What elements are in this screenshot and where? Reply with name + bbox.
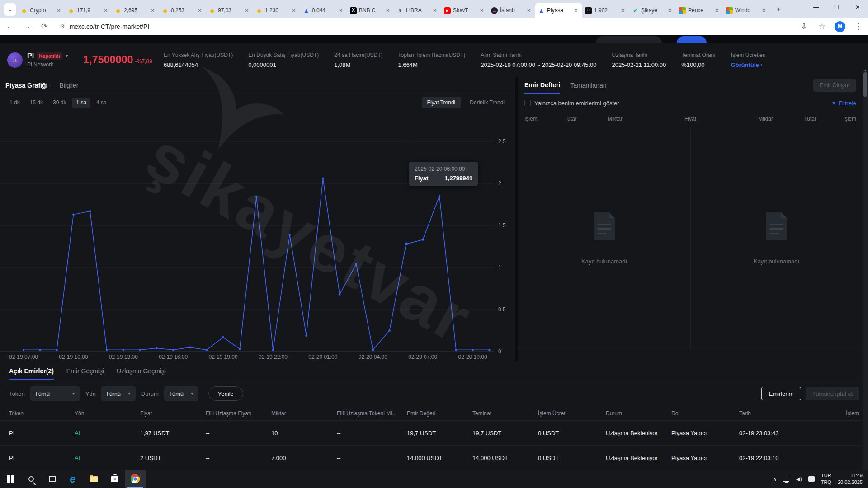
edge-button[interactable]: e: [62, 470, 83, 488]
tab-close-icon[interactable]: ✕: [243, 7, 250, 14]
clock[interactable]: 11:4920.02.2025: [838, 472, 863, 486]
token-block[interactable]: π PI Kapatıldı ▼ Pi Network: [7, 52, 75, 68]
back-icon[interactable]: ←: [5, 22, 15, 31]
interval-4 sa[interactable]: 4 sa: [92, 98, 111, 108]
task-view-button[interactable]: [42, 470, 62, 488]
browser-tab[interactable]: ◆1.230✕: [253, 3, 300, 18]
tab-close-icon[interactable]: ✕: [525, 7, 533, 14]
tab-close-icon[interactable]: ✕: [55, 7, 62, 14]
browser-tab[interactable]: ✔Şikaye✕: [629, 3, 676, 18]
tab-close-icon[interactable]: ✕: [431, 7, 439, 14]
chevron-down-icon[interactable]: ▼: [65, 54, 69, 58]
browser-tab[interactable]: Pence✕: [676, 3, 723, 18]
browser-tab[interactable]: ◆0,253✕: [159, 3, 206, 18]
start-button[interactable]: [0, 470, 21, 488]
tab-Bilgiler[interactable]: Bilgiler: [59, 82, 78, 89]
store-icon: ⊞: [111, 476, 118, 482]
tab-Emir Defteri[interactable]: Emir Defteri: [524, 77, 560, 94]
svg-text:02-20 10:00: 02-20 10:00: [458, 354, 487, 360]
interval-1 dk[interactable]: 1 dk: [5, 98, 24, 108]
tab-Emir Geçmişi[interactable]: Emir Geçmişi: [66, 367, 104, 380]
language-indicator[interactable]: TURTRQ: [821, 472, 831, 486]
forward-icon[interactable]: →: [22, 22, 33, 31]
cancel-all-button[interactable]: Tümünü iptal et: [806, 387, 859, 400]
install-icon[interactable]: ⇩: [798, 22, 809, 31]
filter-link[interactable]: ▼ Filtrele: [831, 100, 856, 107]
browser-tab[interactable]: ▶SlowT✕: [441, 3, 488, 18]
reload-icon[interactable]: ⟳: [39, 22, 50, 31]
browser-tab[interactable]: Windo✕: [723, 3, 770, 18]
market-stat: Alım Satım Tarihi2025-02-19 07:00:00 ~ 2…: [481, 52, 596, 68]
table-row[interactable]: PIAl1,97 USDT--10--19,7 USDT19,7 USDT0 U…: [0, 420, 868, 445]
browser-tab[interactable]: ◆2,695✕: [112, 3, 159, 18]
filter-dropdown-Yön[interactable]: Tümü▼: [101, 386, 136, 401]
chrome-button[interactable]: [125, 470, 146, 488]
tab-close-icon[interactable]: ✕: [290, 7, 297, 14]
create-order-button[interactable]: Emir Oluştur: [813, 79, 856, 92]
tab-close-icon[interactable]: ✕: [337, 7, 344, 14]
browser-tab[interactable]: XBNB C✕: [347, 3, 394, 18]
trend-Fiyat Trendi[interactable]: Fiyat Trendi: [422, 97, 461, 108]
address-bar[interactable]: ⚙ mexc.co/tr-CT/pre-market/PI: [56, 23, 792, 30]
minimize-button[interactable]: —: [806, 0, 826, 14]
browser-tab[interactable]: ◆97,03✕: [206, 3, 253, 18]
browser-tab[interactable]: ▬İstanb✕: [488, 3, 535, 18]
tab-close-icon[interactable]: ✕: [760, 7, 768, 14]
tab-close-icon[interactable]: ✕: [619, 7, 627, 14]
price-chart[interactable]: 00.511.522.502-19 07:0002-19 10:0002-19 …: [0, 112, 515, 361]
tab-Açık Emirler(2)[interactable]: Açık Emirler(2): [9, 367, 54, 380]
file-explorer-button[interactable]: [83, 470, 104, 488]
browser-tab-active[interactable]: ▲Piyasa✕: [535, 3, 582, 18]
refresh-button[interactable]: Yenile: [208, 386, 243, 401]
tab-Uzlaşma Geçmişi[interactable]: Uzlaşma Geçmişi: [117, 367, 166, 380]
bookmark-star-icon[interactable]: ☆: [816, 22, 827, 31]
profile-avatar[interactable]: M: [835, 21, 845, 32]
maximize-button[interactable]: ❐: [826, 0, 847, 14]
page-scrollbar[interactable]: ▲ ▼: [863, 70, 868, 470]
tab-Piyasa Grafiği[interactable]: Piyasa Grafiği: [5, 82, 47, 89]
partial-button-dark[interactable]: [596, 36, 662, 43]
tab-close-icon[interactable]: ✕: [149, 7, 156, 14]
partial-button-blue[interactable]: [677, 36, 707, 43]
menu-kebab-icon[interactable]: ⋮: [853, 22, 863, 31]
site-settings-icon[interactable]: ⚙: [60, 23, 65, 30]
tab-close-icon[interactable]: ✕: [713, 7, 721, 14]
stat-label: Teminat Oranı: [681, 52, 715, 58]
ms-favicon: [679, 7, 686, 14]
tab-close-icon[interactable]: ✕: [196, 7, 203, 14]
store-button[interactable]: ⊞: [104, 470, 125, 488]
close-button[interactable]: ✕: [847, 0, 868, 14]
tab-close-icon[interactable]: ✕: [384, 7, 392, 14]
network-icon[interactable]: [783, 477, 789, 482]
tab-title: 0,044: [312, 7, 335, 14]
stat-value[interactable]: Görüntüle ›: [731, 61, 766, 68]
browser-tab[interactable]: ◆171,9✕: [65, 3, 112, 18]
browser-tab[interactable]: ◆Crypto✕: [18, 3, 65, 18]
column-header: İşlem: [816, 116, 856, 122]
new-tab-button[interactable]: +: [773, 4, 785, 15]
tab-close-icon[interactable]: ✕: [572, 7, 580, 14]
browser-tab[interactable]: ∷1.902✕: [582, 3, 629, 18]
scrollbar-thumb[interactable]: [863, 72, 867, 97]
interval-1 sa[interactable]: 1 sa: [72, 98, 90, 108]
svg-text:02-20 07:00: 02-20 07:00: [408, 354, 437, 360]
tab-close-icon[interactable]: ✕: [666, 7, 674, 14]
filter-dropdown-Token[interactable]: Tümü▼: [30, 386, 80, 401]
interval-15 dk[interactable]: 15 dk: [26, 98, 47, 108]
trend-Derinlik Trendi[interactable]: Derinlik Trendi: [464, 97, 510, 108]
tab-Tamamlanan[interactable]: Tamamlanan: [570, 77, 606, 94]
table-row[interactable]: PIAl2 USDT--7.000--14.000 USDT14.000 USD…: [0, 445, 868, 470]
tab-search-icon[interactable]: ⌄: [4, 3, 16, 16]
tab-close-icon[interactable]: ✕: [478, 7, 486, 14]
tab-close-icon[interactable]: ✕: [102, 7, 109, 14]
hidden-icons-chevron[interactable]: ∧: [773, 476, 777, 483]
browser-tab[interactable]: ▲0,044✕: [300, 3, 347, 18]
volume-icon[interactable]: ◀): [796, 476, 802, 482]
notification-icon[interactable]: [808, 476, 815, 482]
taskbar-search-button[interactable]: [21, 470, 42, 488]
my-orders-button[interactable]: Emirlerim: [761, 387, 802, 400]
interval-30 dk[interactable]: 30 dk: [49, 98, 70, 108]
browser-tab[interactable]: ♆LIBRA✕: [394, 3, 441, 18]
filter-dropdown-Durum[interactable]: Tümü▼: [164, 386, 198, 401]
show-my-orders-checkbox[interactable]: [524, 100, 531, 106]
